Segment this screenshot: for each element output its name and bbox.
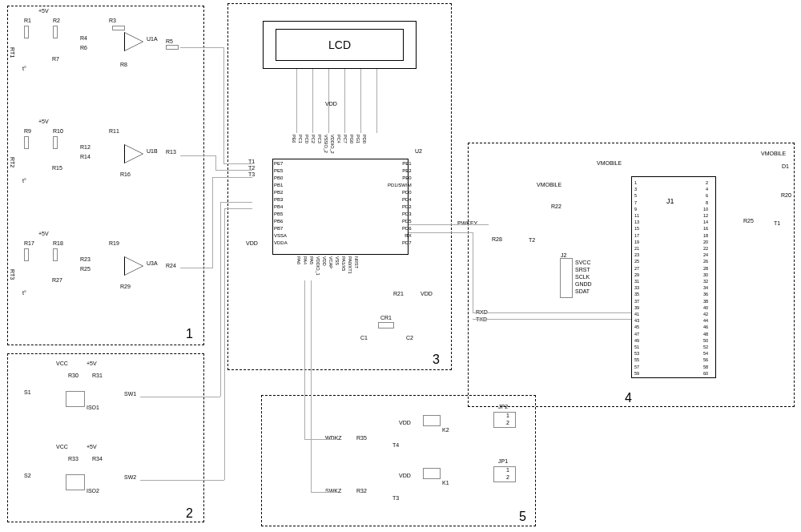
block-2 <box>7 353 204 522</box>
pin: PE0 <box>388 175 412 182</box>
r-label: R15 <box>52 165 62 171</box>
jp2-pin1: 1 <box>506 413 509 418</box>
net: T2 <box>248 165 255 171</box>
pin: PA0/XT1 <box>348 256 352 276</box>
jp1: JP1 <box>498 458 508 464</box>
pin: 34 <box>703 284 708 291</box>
pin: 31 <box>634 278 639 284</box>
j2-label: GNDD <box>575 281 592 287</box>
pin: 28 <box>703 265 708 272</box>
pin: PB2 <box>274 189 288 196</box>
resistor <box>53 136 58 149</box>
jp1-pin1: 1 <box>506 467 509 473</box>
pin: 16 <box>703 225 708 232</box>
pin: PA6 <box>296 256 301 276</box>
pin: PC0 <box>304 135 309 154</box>
c2: C2 <box>406 335 413 341</box>
vdd: VDD <box>399 473 411 478</box>
r-label: R34 <box>92 456 103 461</box>
pin: 57 <box>634 364 639 370</box>
resistor <box>166 45 179 50</box>
optocoupler <box>66 391 85 407</box>
pin: 59 <box>634 370 639 377</box>
u1a-ref: U1A <box>147 36 158 42</box>
t3: T3 <box>392 495 399 501</box>
r-label: R18 <box>53 240 63 246</box>
wire <box>311 492 336 493</box>
pin: 9 <box>634 206 639 212</box>
pin: 45 <box>634 324 639 330</box>
vdd: VDD <box>421 291 433 296</box>
r35: R35 <box>356 435 367 441</box>
pin: 56 <box>703 357 708 363</box>
r-label: R1 <box>24 18 31 23</box>
pin: 27 <box>634 265 639 272</box>
r25: R25 <box>743 218 754 224</box>
pin: 25 <box>634 258 639 264</box>
pin: PC2 <box>311 135 316 154</box>
pin: PA4 <box>303 256 308 276</box>
pin: VSSIO_2 <box>324 135 328 154</box>
r-label: R6 <box>80 45 87 50</box>
mcu-pins-left: PE7 PE5 PB0 PB1 PB2 PB3 PB4 PB5 PB6 PB7 … <box>274 160 288 247</box>
pin: PE6 <box>292 135 296 154</box>
vcc: VCC <box>56 361 68 366</box>
r-label: R13 <box>166 149 176 155</box>
wire <box>224 208 225 480</box>
j2-connector <box>560 258 573 298</box>
optocoupler <box>66 474 85 490</box>
wire <box>212 177 213 268</box>
pin: 48 <box>703 331 708 337</box>
wire <box>215 155 216 170</box>
k1: K1 <box>442 480 449 486</box>
vdd: VDD <box>399 420 411 425</box>
resistor <box>24 136 29 149</box>
pin: 43 <box>634 317 639 324</box>
j2-label: SDAT <box>575 288 590 294</box>
pin: 10 <box>703 206 708 212</box>
relay <box>423 468 441 479</box>
pin: 12 <box>703 212 708 219</box>
net: T3 <box>248 171 255 177</box>
r-label: R25 <box>80 266 91 272</box>
pin: 49 <box>634 337 639 344</box>
pin: PE7 <box>274 160 288 167</box>
j2-label: SCLK <box>575 274 590 280</box>
vmobile: VMOBILE <box>537 182 562 187</box>
wire <box>224 208 252 209</box>
wire <box>180 155 215 156</box>
pin: 21 <box>634 245 639 252</box>
r-label: R33 <box>68 456 78 461</box>
wire <box>312 69 313 133</box>
pin: PB3 <box>274 196 288 204</box>
wire <box>220 202 221 397</box>
block-1 <box>7 6 204 345</box>
pin: 24 <box>703 252 708 258</box>
r28: R28 <box>492 236 502 242</box>
pin: 47 <box>634 331 639 337</box>
wire <box>409 232 473 233</box>
r-label: R30 <box>68 373 78 378</box>
wire <box>473 232 473 312</box>
wire <box>344 69 345 133</box>
s-label: S2 <box>24 473 31 478</box>
resistor <box>53 248 58 261</box>
pin: VSS <box>335 256 340 276</box>
pin: PA1/X5 <box>341 256 346 276</box>
pin: 55 <box>634 357 639 363</box>
r-label: R7 <box>52 56 59 62</box>
pin: PC3 <box>317 135 322 154</box>
mcu-ref: U2 <box>415 148 422 154</box>
pin: 42 <box>703 311 708 317</box>
pin: 41 <box>634 311 639 317</box>
vmobile: VMOBILE <box>597 160 622 166</box>
wire <box>180 268 212 268</box>
j1-ref: J1 <box>666 197 674 205</box>
pin: 38 <box>703 298 708 304</box>
pin: 2 <box>703 179 708 186</box>
pin: 29 <box>634 272 639 278</box>
r-label: R14 <box>80 154 91 159</box>
opamp-u3a <box>124 256 143 276</box>
pin: 46 <box>703 324 708 330</box>
pin: 6 <box>703 192 708 199</box>
